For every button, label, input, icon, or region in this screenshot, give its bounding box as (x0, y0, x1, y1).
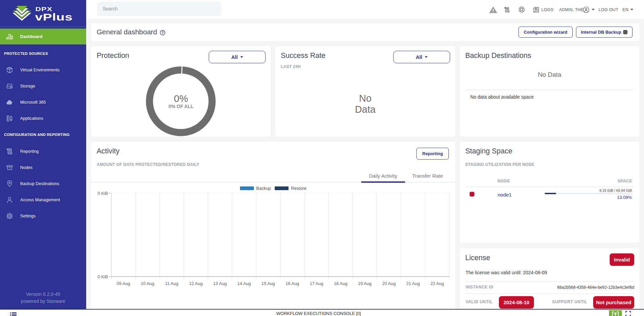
svg-text:vPlus: vPlus (35, 12, 73, 23)
svg-text:0 KiB: 0 KiB (98, 274, 108, 279)
svg-text:16 Aug: 16 Aug (285, 281, 299, 286)
svg-text:DPX: DPX (35, 6, 53, 12)
svg-text:17 Aug: 17 Aug (310, 281, 324, 286)
svg-text:22 Aug: 22 Aug (430, 281, 444, 286)
svg-text:18 Aug: 18 Aug (334, 281, 348, 286)
svg-text:13 Aug: 13 Aug (213, 281, 227, 286)
svg-text:20 Aug: 20 Aug (382, 281, 396, 286)
svg-text:09 Aug: 09 Aug (116, 281, 130, 286)
svg-text:10 Aug: 10 Aug (141, 281, 155, 286)
svg-text:19 Aug: 19 Aug (358, 281, 372, 286)
svg-text:14 Aug: 14 Aug (237, 281, 251, 286)
svg-text:12 Aug: 12 Aug (189, 281, 203, 286)
svg-text:15 Aug: 15 Aug (262, 281, 275, 286)
svg-text:21 Aug: 21 Aug (406, 281, 420, 286)
svg-text:?: ? (162, 31, 164, 35)
svg-text:11 Aug: 11 Aug (165, 281, 178, 286)
svg-text:0 KiB: 0 KiB (98, 191, 108, 196)
